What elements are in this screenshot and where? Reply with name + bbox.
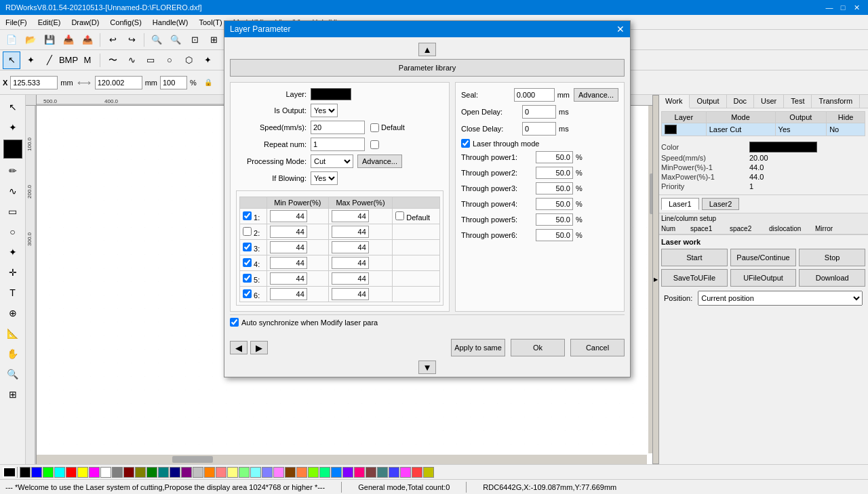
palette-color-804000[interactable]: [285, 467, 296, 478]
polygon-tool[interactable]: ⬡: [180, 52, 197, 69]
palette-color-00ffff[interactable]: [54, 467, 65, 478]
tp-input-3[interactable]: [536, 182, 573, 194]
pw3-max[interactable]: [332, 241, 369, 253]
tab-output[interactable]: Output: [690, 95, 726, 108]
palette-color-00ff00[interactable]: [43, 467, 54, 478]
tab-test[interactable]: Test: [784, 95, 812, 108]
close-button[interactable]: ✕: [850, 1, 863, 14]
pw4-check[interactable]: [243, 258, 252, 267]
undo-btn[interactable]: ↩: [104, 31, 121, 49]
maximize-button[interactable]: □: [837, 1, 849, 14]
palette-color-80ffff[interactable]: [250, 467, 261, 478]
pw1-check[interactable]: [243, 211, 252, 220]
palette-color-4040ff[interactable]: [389, 467, 399, 478]
laser2-tab[interactable]: Laser2: [702, 198, 740, 210]
palette-color-0000ff[interactable]: [31, 467, 42, 478]
laser1-tab[interactable]: Laser1: [661, 198, 699, 210]
menu-draw[interactable]: Draw(D): [66, 15, 104, 29]
tp-input-5[interactable]: [536, 213, 573, 226]
palette-color-000000[interactable]: [20, 467, 31, 478]
close-delay-input[interactable]: [522, 122, 556, 136]
measure-tool[interactable]: 📐: [3, 324, 22, 343]
pw2-check[interactable]: [243, 227, 252, 236]
star-tool-left[interactable]: ✦: [3, 243, 22, 262]
lock-btn[interactable]: 🔒: [199, 74, 217, 91]
param-lib-button[interactable]: Parameter library: [230, 59, 625, 77]
palette-color-ff0080[interactable]: [354, 467, 365, 478]
palette-color-8000ff[interactable]: [342, 467, 353, 478]
export-btn[interactable]: 📤: [79, 31, 96, 49]
layer-row[interactable]: Laser Cut Yes No: [662, 123, 865, 136]
palette-color-00ff80[interactable]: [319, 467, 330, 478]
pw2-min[interactable]: [270, 226, 307, 238]
tab-doc[interactable]: Doc: [727, 95, 755, 108]
text-tool-left[interactable]: T: [3, 283, 22, 302]
new-btn[interactable]: 📄: [3, 31, 20, 49]
repeat-input[interactable]: [311, 138, 365, 151]
crosshair-tool[interactable]: ⊕: [3, 304, 22, 323]
apps-tool[interactable]: ⊞: [3, 385, 22, 404]
palette-color-ff4040[interactable]: [412, 467, 422, 478]
menu-handle[interactable]: Handle(W): [147, 15, 194, 29]
select-tool[interactable]: ↖: [3, 52, 20, 69]
palette-color-8080ff[interactable]: [262, 467, 273, 478]
palette-color-ff8080[interactable]: [216, 467, 226, 478]
palette-color-c0c0c0[interactable]: [193, 467, 203, 478]
palette-color-80ff80[interactable]: [239, 467, 250, 478]
pw6-min[interactable]: [270, 288, 307, 300]
blowing-select[interactable]: Yes No: [311, 171, 338, 185]
palette-color-ff8000[interactable]: [204, 467, 215, 478]
palette-color-0080ff[interactable]: [331, 467, 342, 478]
select-tool-left[interactable]: ↖: [3, 98, 22, 117]
palette-color-800080[interactable]: [181, 467, 192, 478]
apply-same-button[interactable]: Apply to same: [451, 339, 505, 356]
line-tool[interactable]: ╱: [41, 52, 58, 69]
cancel-button[interactable]: Cancel: [570, 339, 625, 356]
pw5-check[interactable]: [243, 274, 252, 283]
x-input[interactable]: [10, 76, 58, 89]
palette-color-c0c000[interactable]: [423, 467, 434, 478]
palette-color-408080[interactable]: [377, 467, 388, 478]
advance-btn-2[interactable]: Advance...: [574, 88, 618, 102]
rect-tool[interactable]: ▭: [142, 52, 159, 69]
ok-button[interactable]: Ok: [511, 339, 565, 356]
open-btn[interactable]: 📂: [22, 31, 39, 49]
m-tool[interactable]: M: [79, 52, 96, 69]
menu-edit[interactable]: Edit(E): [33, 15, 66, 29]
tab-work[interactable]: Work: [658, 95, 690, 108]
start-button[interactable]: Start: [661, 249, 728, 266]
horizontal-scrollbar[interactable]: [37, 455, 647, 464]
pct-input[interactable]: [160, 76, 187, 89]
import-btn[interactable]: 📥: [60, 31, 77, 49]
position-select[interactable]: Current position: [698, 291, 863, 306]
pw2-max[interactable]: [332, 226, 369, 238]
tp-input-2[interactable]: [536, 167, 573, 179]
proc-mode-select[interactable]: Cut Engrave: [311, 155, 353, 168]
pw3-check[interactable]: [243, 243, 252, 251]
palette-color-ffff00[interactable]: [77, 467, 88, 478]
palette-color-800000[interactable]: [123, 467, 134, 478]
palette-color-ffffff[interactable]: [100, 467, 111, 478]
ellipse-tool[interactable]: ○: [3, 222, 22, 241]
plus-tool[interactable]: ✛: [3, 263, 22, 282]
download-button[interactable]: Download: [799, 269, 865, 287]
pan-tool[interactable]: ✋: [3, 344, 22, 363]
spiro-tool[interactable]: ∿: [123, 52, 140, 69]
open-delay-input[interactable]: [522, 105, 556, 119]
zoom-all-btn[interactable]: ⊡: [186, 31, 203, 49]
tp-input-4[interactable]: [536, 198, 573, 210]
pw4-min[interactable]: [270, 257, 307, 269]
pause-button[interactable]: Pause/Continue: [730, 249, 797, 266]
dialog-close-button[interactable]: ✕: [616, 24, 625, 35]
palette-color-ff8040[interactable]: [296, 467, 307, 478]
pw1-min[interactable]: [270, 210, 307, 222]
palette-color-008000[interactable]: [146, 467, 157, 478]
palette-color-ff80ff[interactable]: [273, 467, 284, 478]
menu-tool[interactable]: Tool(T): [193, 15, 227, 29]
laser-through-check[interactable]: [461, 139, 470, 148]
auto-sync-check[interactable]: [230, 318, 239, 327]
circle-tool[interactable]: ○: [161, 52, 178, 69]
pw6-check[interactable]: [243, 289, 252, 298]
pw1-max[interactable]: [332, 210, 369, 222]
pw3-min[interactable]: [270, 241, 307, 253]
